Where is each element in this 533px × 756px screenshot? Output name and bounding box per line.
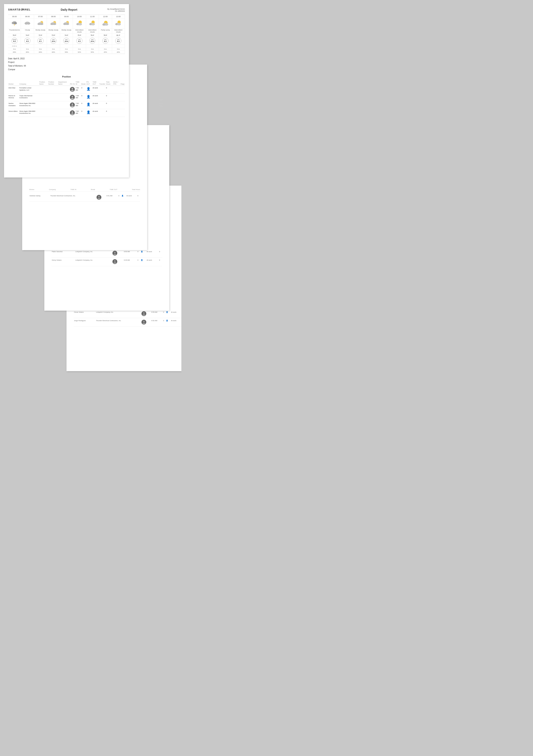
cell-dept: [58, 109, 69, 117]
time-cell: 12:00: [99, 15, 112, 18]
cell-worker: Esteban Iadray: [29, 193, 50, 202]
cell-time-in: 7:32 AM: [75, 109, 81, 117]
table-row: Simon Alfaro Stone Again DBA BEE Investm…: [8, 109, 125, 117]
svg-point-18: [66, 23, 69, 25]
cell-pic-out: 👤: [140, 257, 146, 266]
stub-col-status: TIME OUT: [110, 189, 117, 190]
table-row: Ariel Diaz Formative Linear Systems, LLC…: [8, 86, 125, 94]
report-title: Daily Report: [61, 8, 77, 11]
condition-row: Thunderstorms Cloudy Mostly cloudy Mostl…: [8, 28, 125, 34]
cell-worker: Pablo Sanchez: [51, 249, 75, 257]
page-header: SMARTBƏRREL Daily Report By SmartBarrel …: [8, 8, 125, 12]
table-row: Pablo Sanchez Lolspeich Company, Inc. 6:…: [51, 249, 162, 257]
cell-pos-name: [39, 86, 48, 94]
page-2-right-stub: Alerts / PPE Flags: [159, 99, 163, 107]
humidity-cell: 68%: [47, 51, 60, 54]
condition-cell: Mostly cloudy: [60, 28, 73, 34]
flags-label: Flags: [159, 105, 163, 107]
svg-point-6: [27, 22, 30, 25]
wind-circle: NW 9.2: [102, 38, 109, 44]
page-4-table: Oscar Solano Lolspeich Company, Inc. 6:5…: [74, 310, 181, 327]
stub-col-time: TIME IN: [70, 189, 76, 190]
table-row: Ramon E Herrera Tropic Mechanical Contra…: [8, 94, 125, 101]
svg-point-10: [40, 23, 43, 25]
table-row: Jorge Rodriguez Thunder Electrical Contr…: [74, 318, 181, 327]
humidity-cell: 40%: [112, 51, 125, 54]
condition-cell: Partly sunny: [99, 28, 112, 34]
cell-worker: Henry Solano: [51, 257, 75, 266]
time-cell: 06:00: [21, 15, 34, 18]
condition-cell: Mostly cloudy: [34, 28, 47, 34]
wind-cell: NW 9.2: [73, 37, 86, 44]
alerts-label: Alerts: [159, 99, 163, 101]
slash: /: [159, 101, 163, 102]
report-info-section: Date: April 8, 2022 Project: Total of Wo…: [8, 57, 125, 71]
stub-col-worker: Worker: [29, 189, 35, 190]
ppe-label: PPE: [159, 102, 163, 104]
wind-cell: NW 10.4: [86, 37, 99, 44]
cloudy-icon: [24, 20, 31, 27]
thunderstorm-icon: [11, 20, 18, 27]
condition-cell: Intermittent clouds: [86, 28, 99, 34]
svg-point-13: [50, 23, 53, 25]
intermittent-clouds-icon: [76, 20, 83, 27]
cell-pic-in: [96, 193, 106, 202]
cell-transfer: [99, 94, 106, 101]
svg-point-36: [71, 90, 74, 92]
wind-circle: NW 8.1: [38, 38, 43, 44]
time-row: 05:00 06:00 07:00 08:00 09:00 10:00 11:0…: [8, 15, 125, 18]
cell-status: At work: [126, 193, 137, 202]
cell-time-in: 6:51 AM: [106, 193, 118, 202]
wind-cell: NW 9.2: [21, 37, 34, 44]
svg-point-50: [142, 314, 145, 316]
precip-cell: [60, 44, 73, 48]
cell-dept: [58, 101, 69, 109]
avatar: [70, 110, 75, 115]
humidity-cell: 69%: [34, 51, 47, 54]
cell-break: 0: [81, 101, 86, 109]
svg-point-48: [114, 262, 116, 264]
person-icon: 👤: [141, 251, 143, 253]
weather-icon-cell: [99, 18, 112, 28]
col-flags: Flags: [120, 80, 125, 86]
cell-pos-name: [39, 109, 48, 117]
cell-hours: 0: [159, 249, 162, 257]
temp-cell: 81 F: [112, 34, 125, 37]
cell-ppe: [113, 101, 120, 109]
cell-hours: 0: [159, 257, 162, 266]
company-info: Compar: [8, 68, 125, 71]
svg-point-52: [142, 323, 145, 324]
data-cell: 0 in: [34, 48, 47, 50]
svg-point-39: [71, 103, 73, 105]
cell-pos-num: [48, 94, 58, 101]
stub-col-break: Break: [91, 189, 95, 190]
temp-row: 76 F 74 F 72 F 73 F 74 F 75 F 76 F 78 F …: [8, 34, 125, 37]
weather-icon-cell: [73, 18, 86, 28]
svg-point-17: [63, 23, 66, 25]
table-row: Oscar Solano Lolspeich Company, Inc. 6:5…: [74, 310, 181, 318]
cell-transfer: [99, 86, 106, 94]
cell-break: 0: [137, 257, 140, 266]
cell-break: 0: [137, 249, 140, 257]
cell-pic-out: 👤: [86, 94, 92, 101]
wind-circle: NW 10.4: [63, 38, 69, 44]
svg-point-35: [71, 88, 73, 90]
svg-point-43: [98, 196, 100, 198]
cell-company: Tropic Mechanical Contractors: [19, 94, 39, 101]
wind-speed: 10.4: [63, 40, 69, 42]
logo: SMARTBƏRREL: [8, 8, 31, 11]
cell-break: 0: [81, 109, 86, 117]
cell-pic-in: [69, 86, 75, 94]
svg-point-37: [71, 96, 73, 97]
condition-cell: Intermittent clouds: [73, 28, 86, 34]
time-cell: 05:00: [8, 15, 21, 18]
svg-point-47: [114, 260, 116, 262]
cell-time-in: 6:53 AM: [151, 310, 163, 318]
wind-row: WNW 9.2 NW 9.2 NW 8.1: [8, 37, 125, 44]
cell-flags: [120, 94, 125, 101]
temp-cell: 72 F: [34, 34, 47, 37]
project-info: Project:: [8, 61, 125, 64]
cell-pos-name: [39, 94, 48, 101]
wind-cell: NW 9.2: [112, 37, 125, 44]
table-row: Henry Solano Lolspeich Company, Inc. 6:4…: [51, 257, 162, 266]
